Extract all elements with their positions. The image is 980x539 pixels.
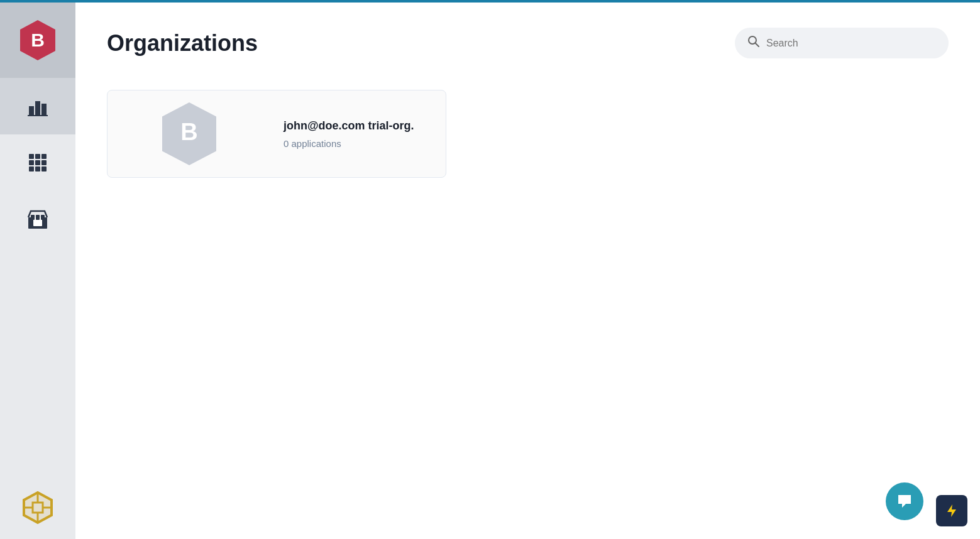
apps-grid-icon — [28, 153, 48, 173]
sidebar: B — [0, 3, 75, 539]
svg-rect-14 — [41, 166, 47, 172]
svg-rect-8 — [41, 154, 47, 159]
marketplace-icon — [27, 209, 48, 230]
brand-logo-icon: B — [19, 19, 57, 62]
sidebar-logo[interactable]: B — [0, 3, 75, 78]
org-logo-hexagon: B — [158, 99, 221, 168]
lightning-button[interactable] — [936, 495, 967, 526]
chat-icon — [896, 493, 913, 510]
svg-text:B: B — [31, 30, 45, 50]
svg-line-25 — [756, 43, 759, 46]
svg-rect-5 — [28, 115, 48, 116]
org-card[interactable]: B john@doe.com trial-org. 0 applications — [107, 90, 446, 178]
svg-rect-13 — [35, 166, 40, 172]
sidebar-item-organizations[interactable] — [0, 78, 75, 134]
svg-point-24 — [749, 36, 756, 44]
svg-text:B: B — [180, 119, 197, 145]
organizations-icon — [26, 95, 49, 117]
bottom-logo-icon — [20, 490, 55, 525]
page-title: Organizations — [107, 30, 258, 57]
svg-rect-7 — [35, 154, 40, 159]
search-input[interactable] — [766, 38, 936, 49]
svg-rect-4 — [41, 104, 47, 115]
svg-rect-2 — [29, 106, 34, 115]
chat-button[interactable] — [886, 482, 923, 520]
svg-rect-9 — [29, 160, 34, 165]
org-app-count: 0 applications — [284, 138, 414, 149]
main-content: Organizations B — [75, 3, 980, 539]
svg-rect-10 — [35, 160, 40, 165]
page-header: Organizations — [107, 28, 949, 58]
org-card-logo: B — [107, 90, 271, 178]
search-container — [735, 28, 949, 58]
svg-rect-17 — [31, 215, 35, 220]
org-card-info: john@doe.com trial-org. 0 applications — [271, 106, 427, 161]
svg-rect-19 — [36, 215, 40, 220]
search-icon — [747, 35, 760, 51]
svg-rect-11 — [41, 160, 47, 165]
lightning-icon — [944, 503, 959, 518]
org-name: john@doe.com trial-org. — [284, 119, 414, 133]
svg-marker-28 — [947, 504, 956, 517]
svg-rect-3 — [35, 101, 40, 115]
svg-rect-12 — [29, 166, 34, 172]
organizations-list: B john@doe.com trial-org. 0 applications — [107, 90, 949, 178]
svg-rect-6 — [29, 154, 34, 159]
sidebar-item-apps[interactable] — [0, 134, 75, 191]
sidebar-item-marketplace[interactable] — [0, 191, 75, 248]
svg-rect-18 — [41, 215, 45, 220]
sidebar-bottom-logo[interactable] — [0, 476, 75, 539]
